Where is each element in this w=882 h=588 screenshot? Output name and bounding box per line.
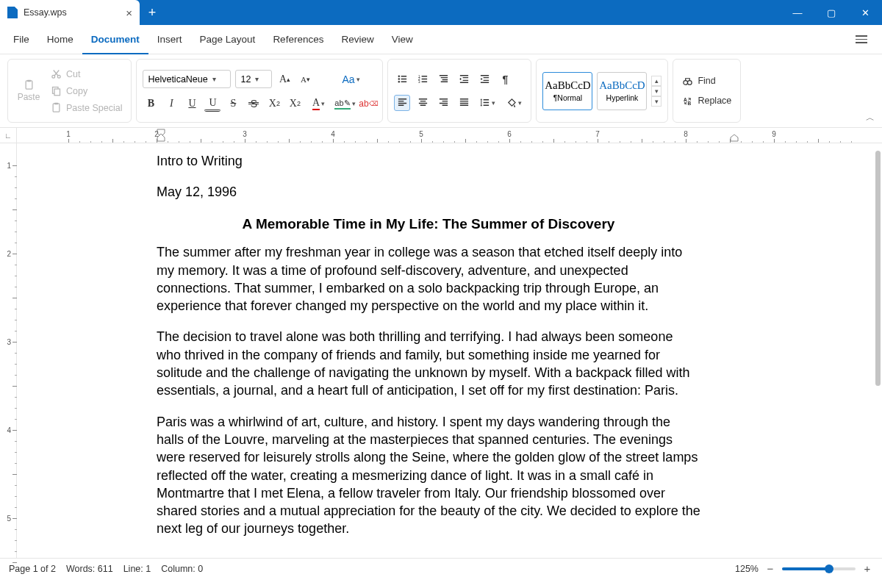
- menu-review[interactable]: Review: [332, 25, 382, 54]
- doc-paragraph-2: The decision to travel alone was both th…: [157, 328, 700, 399]
- ribbon: Paste Cut Copy Paste Special HelveticaNe…: [0, 54, 882, 128]
- menu-home[interactable]: Home: [38, 25, 82, 54]
- justify-icon: [459, 97, 470, 108]
- change-case-button[interactable]: Aa▾: [337, 71, 365, 87]
- menu-references[interactable]: References: [264, 25, 332, 54]
- align-left-button[interactable]: [394, 95, 410, 111]
- align-center-icon: [417, 97, 429, 108]
- align-right-button[interactable]: [435, 95, 451, 111]
- page-viewport: Intro to Writing May 12, 1996 A Memorabl…: [17, 143, 882, 558]
- font-family-select[interactable]: HelveticaNeue▾: [143, 70, 231, 88]
- superscript-button[interactable]: X2: [266, 96, 282, 112]
- bullet-list-button[interactable]: [394, 71, 410, 87]
- style-hyperlink[interactable]: AaBbCcD Hyperlink: [597, 72, 647, 110]
- status-page: Page 1 of 2: [9, 564, 56, 574]
- cut-button[interactable]: Cut: [48, 67, 125, 81]
- replace-label: Replace: [698, 96, 731, 106]
- svg-point-15: [688, 80, 692, 85]
- copy-icon: [51, 85, 62, 96]
- minimize-button[interactable]: ―: [781, 0, 814, 25]
- window-controls: ― ▢ ✕: [781, 0, 882, 25]
- doc-paragraph-3: Paris was a whirlwind of art, culture, a…: [157, 413, 700, 538]
- shrink-font-button[interactable]: A▾: [297, 71, 313, 87]
- style-hyperlink-preview: AaBbCcD: [599, 79, 645, 92]
- line-spacing-icon: [479, 97, 490, 108]
- chevron-down-icon: ▾: [212, 75, 216, 83]
- title-bar: Essay.wps × + ― ▢ ✕: [0, 0, 882, 25]
- menu-view[interactable]: View: [383, 25, 422, 54]
- maximize-button[interactable]: ▢: [814, 0, 848, 25]
- vertical-ruler[interactable]: 12345: [0, 143, 17, 558]
- zoom-in-button[interactable]: +: [861, 562, 873, 575]
- svg-point-8: [398, 76, 400, 77]
- close-tab-icon[interactable]: ×: [126, 7, 132, 19]
- menu-insert[interactable]: Insert: [148, 25, 191, 54]
- doc-course-line: Intro to Writing: [157, 152, 700, 170]
- styles-group: AaBbCcD ¶Normal AaBbCcD Hyperlink ▴ ▾ ▾: [536, 59, 668, 123]
- document-tab[interactable]: Essay.wps ×: [0, 0, 140, 25]
- zoom-slider[interactable]: [782, 567, 856, 570]
- bullets-icon: [397, 74, 408, 85]
- cut-icon: [51, 68, 62, 79]
- right-indent-marker[interactable]: [730, 135, 739, 142]
- svg-text:B: B: [688, 101, 692, 106]
- tab-filename: Essay.wps: [24, 7, 67, 18]
- new-tab-button[interactable]: +: [140, 0, 165, 25]
- chevron-down-icon: ▾: [321, 100, 325, 107]
- paste-icon: [24, 79, 35, 90]
- bold-button[interactable]: B: [143, 96, 159, 112]
- status-column: Column: 0: [161, 564, 203, 574]
- styles-more-button[interactable]: ▾: [651, 96, 662, 107]
- clipboard-group: Paste Cut Copy Paste Special: [7, 59, 132, 123]
- paste-label: Paste: [18, 92, 40, 102]
- align-center-button[interactable]: [415, 95, 431, 111]
- style-hyperlink-label: Hyperlink: [606, 93, 639, 102]
- paragraph-group: 123 ¶ ▾ ▾: [387, 59, 531, 123]
- font-size-select[interactable]: 12▾: [235, 70, 272, 88]
- double-underline-button[interactable]: U: [204, 96, 220, 112]
- doc-date-line: May 12, 1996: [157, 183, 700, 201]
- outline-list-button[interactable]: [435, 71, 451, 87]
- double-strikethrough-button[interactable]: S: [245, 96, 262, 112]
- overflow-menu-button[interactable]: [845, 25, 878, 54]
- numbered-list-button[interactable]: 123: [415, 71, 431, 87]
- chevron-down-icon: ▾: [492, 99, 495, 107]
- subscript-button[interactable]: X2: [287, 96, 303, 112]
- clear-formatting-button[interactable]: ab⌫: [360, 96, 376, 112]
- paste-special-button[interactable]: Paste Special: [48, 101, 125, 115]
- find-button[interactable]: Find: [679, 74, 734, 88]
- close-window-button[interactable]: ✕: [848, 0, 882, 25]
- doc-paragraph-1: The summer after my freshman year in col…: [157, 243, 700, 315]
- show-formatting-button[interactable]: ¶: [497, 71, 513, 87]
- line-spacing-button[interactable]: ▾: [476, 95, 498, 111]
- vertical-scrollbar[interactable]: [875, 151, 881, 386]
- collapse-ribbon-button[interactable]: ︿: [866, 112, 875, 124]
- paste-button[interactable]: Paste: [14, 79, 43, 102]
- menu-page-layout[interactable]: Page Layout: [191, 25, 265, 54]
- document-page[interactable]: Intro to Writing May 12, 1996 A Memorabl…: [61, 143, 796, 558]
- decrease-indent-button[interactable]: [456, 71, 472, 87]
- shading-button[interactable]: ▾: [503, 95, 525, 111]
- horizontal-ruler[interactable]: ∟ 123456789: [0, 128, 882, 143]
- font-size-value: 12: [240, 74, 251, 85]
- strikethrough-button[interactable]: S: [225, 96, 241, 112]
- highlight-color-button[interactable]: ab✎▾: [334, 96, 356, 112]
- menu-document[interactable]: Document: [82, 25, 148, 54]
- styles-up-button[interactable]: ▴: [651, 76, 662, 86]
- grow-font-button[interactable]: A▴: [276, 71, 293, 87]
- numbering-icon: 123: [417, 74, 429, 85]
- doc-title: A Memorable Time in My Life: The Summer …: [157, 215, 700, 234]
- styles-down-button[interactable]: ▾: [651, 86, 662, 96]
- justify-button[interactable]: [456, 95, 472, 111]
- copy-button[interactable]: Copy: [48, 84, 125, 98]
- increase-indent-button[interactable]: [476, 71, 492, 87]
- replace-button[interactable]: ABReplace: [679, 94, 734, 108]
- underline-button[interactable]: U: [184, 96, 200, 112]
- svg-text:3: 3: [418, 80, 420, 84]
- style-normal[interactable]: AaBbCcD ¶Normal: [542, 72, 592, 110]
- font-color-button[interactable]: A▾: [307, 96, 329, 112]
- menu-file[interactable]: File: [4, 25, 38, 54]
- zoom-out-button[interactable]: −: [764, 562, 776, 575]
- svg-point-14: [684, 80, 688, 85]
- italic-button[interactable]: I: [163, 96, 179, 112]
